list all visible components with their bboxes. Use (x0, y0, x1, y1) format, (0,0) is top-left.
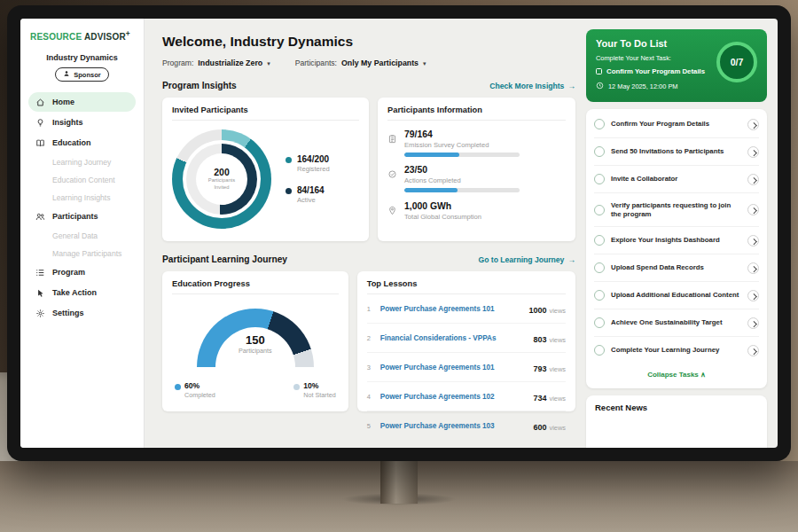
sidebar: RESOURCE ADVISOR+ Industry Dynamics Spon… (20, 19, 145, 448)
sidebar-item-general-data[interactable]: General Data (28, 227, 136, 244)
donut-center-value: 200 (214, 167, 230, 177)
lesson-views-suffix: views (550, 395, 566, 403)
sidebar-item-education[interactable]: Education (28, 133, 136, 153)
task-row[interactable]: Invite a Collaborator (594, 166, 759, 193)
next-task-due: 12 May 2025, 12:00 PM (596, 82, 757, 91)
lesson-rank: 1 (367, 305, 374, 313)
due-text: 12 May 2025, 12:00 PM (608, 82, 677, 90)
checkbox-icon[interactable] (594, 205, 605, 215)
checkbox-icon[interactable] (594, 235, 605, 246)
checkbox-icon[interactable] (594, 290, 605, 301)
task-row[interactable]: Confirm Your Program Details (594, 111, 759, 138)
task-row[interactable]: Upload Additional Educational Content (594, 282, 759, 309)
collapse-tasks-link[interactable]: Collapse Tasks ∧ (594, 364, 759, 387)
sidebar-item-label: Education (52, 138, 91, 147)
education-progress-gauge-chart: 150 Participants (197, 309, 314, 367)
lesson-link[interactable]: Power Purchase Agreements 103 (380, 422, 528, 430)
page-title: Welcome, Industry Dynamics (162, 34, 575, 50)
checkbox-icon[interactable] (594, 345, 605, 356)
chevron-right-icon[interactable] (747, 235, 759, 246)
chevron-right-icon[interactable] (747, 119, 759, 130)
chevron-down-icon: ▾ (423, 60, 426, 67)
chevron-up-icon: ∧ (700, 371, 706, 379)
donut-center: 200 Participants Invited (196, 153, 247, 205)
next-task[interactable]: Confirm Your Program Details (596, 67, 720, 76)
sidebar-item-home[interactable]: Home (28, 92, 136, 112)
program-insights-section-header: Program Insights Check More Insights → (162, 81, 575, 90)
lesson-views-suffix: views (550, 424, 566, 432)
chevron-right-icon[interactable] (747, 262, 759, 274)
top-lessons-card: Top Lessons 1 Power Purchase Agreements … (357, 271, 575, 411)
lesson-views-suffix: views (550, 336, 566, 344)
app-logo: RESOURCE ADVISOR+ (30, 29, 136, 42)
lesson-link[interactable]: Power Purchase Agreements 101 (380, 305, 523, 313)
sidebar-nav: Home Insights Education Learning Journey… (28, 92, 136, 323)
insights-cards-row: Invited Participants 200 Participants In… (162, 98, 575, 241)
sidebar-item-label: Program (52, 268, 85, 277)
lesson-rank: 5 (367, 422, 374, 430)
participants-select[interactable]: Participants: Only My Participants ▾ (295, 59, 426, 67)
donut-center-label: Participants Invited (201, 177, 242, 192)
list-icon (35, 268, 46, 278)
logo-advisor: ADVISOR (84, 32, 126, 42)
legend-value: 10% (303, 381, 335, 390)
lesson-views: 793 (533, 364, 546, 373)
program-select[interactable]: Program: Industrialize Zero ▾ (162, 59, 270, 67)
sidebar-item-program[interactable]: Program (28, 262, 136, 282)
sidebar-item-learning-journey[interactable]: Learning Journey (28, 153, 136, 170)
stat-label: Actions Completed (404, 176, 520, 184)
chevron-right-icon[interactable] (747, 317, 759, 329)
home-icon (35, 98, 46, 107)
legend-value: 164/200 (297, 154, 330, 164)
checkbox-icon[interactable] (594, 119, 605, 129)
sidebar-item-take-action[interactable]: Take Action (28, 283, 136, 302)
sidebar-item-manage-participants[interactable]: Manage Participants (28, 245, 136, 262)
go-to-learning-journey-link[interactable]: Go to Learning Journey → (478, 255, 575, 264)
task-row[interactable]: Complete Your Learning Journey (594, 337, 759, 364)
target-check-icon (387, 167, 397, 183)
checkbox-icon[interactable] (594, 146, 605, 157)
learning-cards-row: Education Progress 150 Participants (162, 271, 575, 411)
task-row[interactable]: Achieve One Sustainability Target (594, 309, 759, 337)
card-title: Participants Information (387, 106, 566, 121)
todo-task-list: Confirm Your Program Details Send 50 Inv… (586, 109, 767, 388)
task-row[interactable]: Explore Your Insights Dashboard (594, 227, 759, 254)
checkbox-icon[interactable] (594, 262, 605, 273)
program-select-value: Industrialize Zero (198, 59, 262, 67)
chevron-right-icon[interactable] (747, 204, 759, 215)
checkbox-icon[interactable] (594, 174, 605, 184)
checkbox-icon[interactable] (594, 317, 605, 328)
legend-label: Not Started (303, 391, 335, 399)
monitor-bezel: RESOURCE ADVISOR+ Industry Dynamics Spon… (7, 5, 791, 461)
task-row[interactable]: Verify participants requesting to join t… (594, 193, 759, 227)
book-icon (35, 138, 46, 148)
sidebar-item-insights[interactable]: Insights (28, 113, 136, 132)
chevron-right-icon[interactable] (747, 146, 759, 158)
sidebar-item-education-content[interactable]: Education Content (28, 171, 136, 188)
lesson-link[interactable]: Power Purchase Agreements 102 (380, 393, 528, 401)
cursor-icon (35, 288, 46, 298)
sidebar-item-label: Home (52, 98, 74, 106)
link-label: Check More Insights (489, 82, 564, 90)
collapse-label: Collapse Tasks (647, 371, 699, 379)
learning-journey-section-header: Participant Learning Journey Go to Learn… (162, 254, 575, 264)
chevron-right-icon[interactable] (747, 174, 759, 185)
sidebar-item-participants[interactable]: Participants (28, 207, 136, 226)
check-more-insights-link[interactable]: Check More Insights → (489, 82, 575, 90)
sidebar-item-settings[interactable]: Settings (28, 303, 136, 323)
chevron-right-icon[interactable] (747, 290, 759, 301)
lesson-row: 3 Power Purchase Agreements 101 793views (367, 353, 566, 382)
sponsor-badge[interactable]: Sponsor (55, 67, 108, 82)
chevron-right-icon[interactable] (747, 345, 759, 356)
lesson-link[interactable]: Financial Considerations - VPPAs (380, 334, 528, 342)
person-icon (63, 70, 70, 79)
sidebar-item-label: Take Action (52, 288, 97, 297)
task-row[interactable]: Upload Spend Data Records (594, 254, 759, 282)
task-label: Upload Additional Educational Content (611, 291, 741, 300)
arrow-right-icon: → (567, 255, 575, 264)
task-row[interactable]: Send 50 Invitations to Participants (594, 138, 759, 166)
checkbox-icon[interactable] (596, 68, 602, 74)
sidebar-item-learning-insights[interactable]: Learning Insights (28, 189, 136, 206)
stat-label: Emission Survey Completed (404, 141, 520, 149)
lesson-link[interactable]: Power Purchase Agreements 101 (380, 364, 528, 372)
